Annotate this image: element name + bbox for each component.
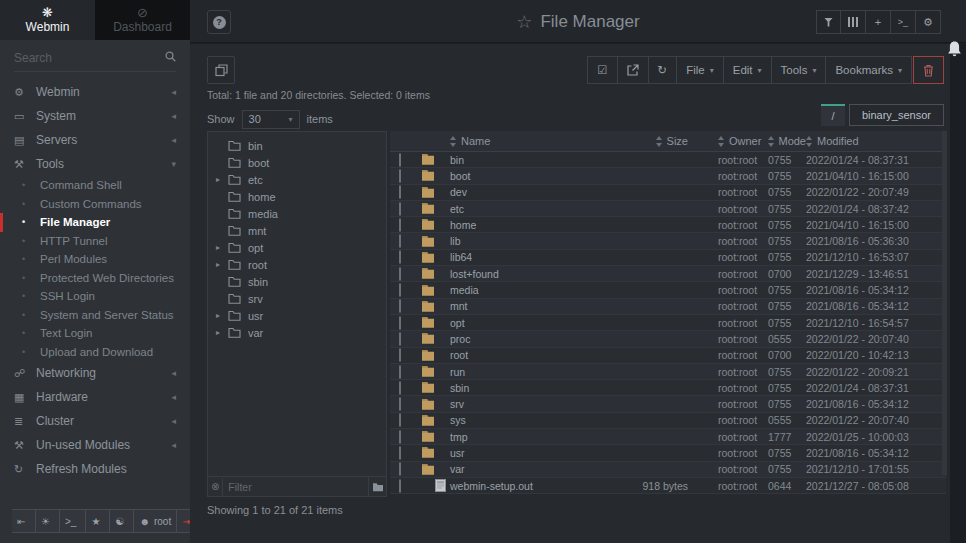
expand-arrow-icon[interactable]: ▸ xyxy=(216,260,228,269)
toolbar-menu[interactable]: Tools ▾ xyxy=(772,56,827,84)
row-checkbox[interactable] xyxy=(399,430,401,444)
copy-path-button[interactable] xyxy=(207,56,235,84)
table-row[interactable]: proc root:root 0555 2022/01/22 - 20:07:4… xyxy=(390,331,946,347)
columns-button[interactable] xyxy=(841,10,866,34)
file-name[interactable]: webmin-setup.out xyxy=(450,480,602,492)
notification-bell-icon[interactable] xyxy=(946,40,963,58)
file-name[interactable]: boot xyxy=(450,170,602,182)
expand-arrow-icon[interactable]: ▸ xyxy=(216,243,228,252)
column-header-modified[interactable]: Modified xyxy=(806,135,946,147)
file-name[interactable]: sbin xyxy=(450,382,602,394)
row-checkbox[interactable] xyxy=(399,462,401,476)
filter-button[interactable] xyxy=(816,10,841,34)
palette-button[interactable]: ☯ xyxy=(110,509,134,533)
expand-arrow-icon[interactable]: ▸ xyxy=(216,175,228,184)
row-checkbox[interactable] xyxy=(399,250,401,264)
sidebar-item[interactable]: • Text Login xyxy=(0,324,190,343)
table-row[interactable]: boot root:root 0755 2021/04/10 - 16:15:0… xyxy=(390,168,946,184)
file-name[interactable]: lib64 xyxy=(450,251,602,263)
table-row[interactable]: lib64 root:root 0755 2021/12/10 - 16:53:… xyxy=(390,250,946,266)
table-row[interactable]: mnt root:root 0755 2021/08/16 - 05:34:12 xyxy=(390,299,946,315)
file-name[interactable]: dev xyxy=(450,186,602,198)
tree-folder-item[interactable]: ▸ boot xyxy=(208,154,386,171)
file-name[interactable]: home xyxy=(450,219,602,231)
toolbar-menu[interactable]: File ▾ xyxy=(677,56,724,84)
file-name[interactable]: sys xyxy=(450,414,602,426)
row-checkbox[interactable] xyxy=(399,446,401,460)
favorites-button[interactable]: ★ xyxy=(86,509,110,533)
tree-folder-item[interactable]: ▸ srv xyxy=(208,290,386,307)
sidebar-category[interactable]: ⚒ Tools ▾ xyxy=(0,152,190,176)
table-row[interactable]: var root:root 0755 2021/12/10 - 17:01:55 xyxy=(390,462,946,478)
breadcrumb-root[interactable]: / xyxy=(821,104,845,126)
file-name[interactable]: proc xyxy=(450,333,602,345)
row-checkbox[interactable] xyxy=(399,202,401,216)
file-name[interactable]: root xyxy=(450,349,602,361)
toolbar-menu[interactable]: Edit ▾ xyxy=(724,56,772,84)
table-row[interactable]: media root:root 0755 2021/08/16 - 05:34:… xyxy=(390,282,946,298)
sidebar-category[interactable]: ↻ Refresh Modules xyxy=(0,457,190,481)
row-checkbox[interactable] xyxy=(399,365,401,379)
sidebar-item[interactable]: • System and Server Status xyxy=(0,306,190,325)
row-checkbox[interactable] xyxy=(399,153,401,167)
tree-folder-item[interactable]: ▸ usr xyxy=(208,307,386,324)
sidebar-item[interactable]: • File Manager xyxy=(0,213,190,232)
add-button[interactable]: + xyxy=(866,10,891,34)
file-name[interactable]: srv xyxy=(450,398,602,410)
file-name[interactable]: bin xyxy=(450,154,602,166)
row-checkbox[interactable] xyxy=(399,397,401,411)
row-checkbox[interactable] xyxy=(399,185,401,199)
row-checkbox[interactable] xyxy=(399,169,401,183)
file-name[interactable]: var xyxy=(450,463,602,475)
tree-folder-item[interactable]: ▸ mnt xyxy=(208,222,386,239)
theme-toggle-button[interactable]: ☀ xyxy=(36,509,60,533)
file-name[interactable]: run xyxy=(450,366,602,378)
page-size-select[interactable]: 30 ▾ xyxy=(242,110,300,129)
file-name[interactable]: etc xyxy=(450,203,602,215)
table-row[interactable]: lib root:root 0755 2021/08/16 - 05:36:30 xyxy=(390,233,946,249)
row-checkbox[interactable] xyxy=(399,479,401,493)
tree-filter-input[interactable] xyxy=(222,478,368,496)
table-row[interactable]: tmp root:root 1777 2022/01/25 - 10:00:03 xyxy=(390,429,946,445)
tree-folder-item[interactable]: ▸ home xyxy=(208,188,386,205)
tab-dashboard[interactable]: ⊘ Dashboard xyxy=(95,0,190,40)
table-row[interactable]: sbin root:root 0755 2022/01/24 - 08:37:3… xyxy=(390,380,946,396)
row-checkbox[interactable] xyxy=(399,218,401,232)
sidebar-item[interactable]: • Protected Web Directories xyxy=(0,269,190,288)
table-row[interactable]: etc root:root 0755 2022/01/24 - 08:37:42 xyxy=(390,201,946,217)
tree-folder-item[interactable]: ▸ etc xyxy=(208,171,386,188)
file-name[interactable]: media xyxy=(450,284,602,296)
paste-button[interactable] xyxy=(618,56,649,84)
favorite-star-icon[interactable]: ☆ xyxy=(516,11,532,33)
table-row[interactable]: opt root:root 0755 2021/12/10 - 16:54:57 xyxy=(390,315,946,331)
row-checkbox[interactable] xyxy=(399,316,401,330)
table-row[interactable]: srv root:root 0755 2021/08/16 - 05:34:12 xyxy=(390,396,946,412)
table-row[interactable]: lost+found root:root 0700 2021/12/29 - 1… xyxy=(390,266,946,282)
sidebar-item[interactable]: • Upload and Download xyxy=(0,343,190,362)
clear-filter-icon[interactable]: ⊗ xyxy=(208,481,222,492)
column-header-size[interactable]: Size xyxy=(602,135,702,147)
sidebar-category[interactable]: ▦ Hardware ◂ xyxy=(0,385,190,409)
table-row[interactable]: webmin-setup.out 918 bytes root:root 064… xyxy=(390,478,946,494)
file-name[interactable]: opt xyxy=(450,317,602,329)
sidebar-category[interactable]: ▭ System ◂ xyxy=(0,104,190,128)
file-name[interactable]: mnt xyxy=(450,300,602,312)
file-name[interactable]: tmp xyxy=(450,431,602,443)
help-button[interactable]: ? xyxy=(207,10,231,34)
column-header-owner[interactable]: Owner xyxy=(718,135,768,147)
row-checkbox[interactable] xyxy=(399,267,401,281)
file-name[interactable]: lost+found xyxy=(450,268,602,280)
expand-arrow-icon[interactable]: ▸ xyxy=(216,328,228,337)
row-checkbox[interactable] xyxy=(399,413,401,427)
collapse-sidebar-button[interactable]: ⇤ xyxy=(12,509,36,533)
row-checkbox[interactable] xyxy=(399,299,401,313)
refresh-button[interactable]: ↻ xyxy=(649,56,678,84)
sidebar-category[interactable]: ▤ Servers ◂ xyxy=(0,128,190,152)
row-checkbox[interactable] xyxy=(399,234,401,248)
tree-folder-item[interactable]: ▸ sbin xyxy=(208,273,386,290)
tree-folder-item[interactable]: ▸ var xyxy=(208,324,386,341)
tree-folder-item[interactable]: ▸ opt xyxy=(208,239,386,256)
table-row[interactable]: home root:root 0755 2021/04/10 - 16:15:0… xyxy=(390,217,946,233)
table-row[interactable]: dev root:root 0755 2022/01/22 - 20:07:49 xyxy=(390,185,946,201)
sidebar-item[interactable]: • HTTP Tunnel xyxy=(0,232,190,251)
